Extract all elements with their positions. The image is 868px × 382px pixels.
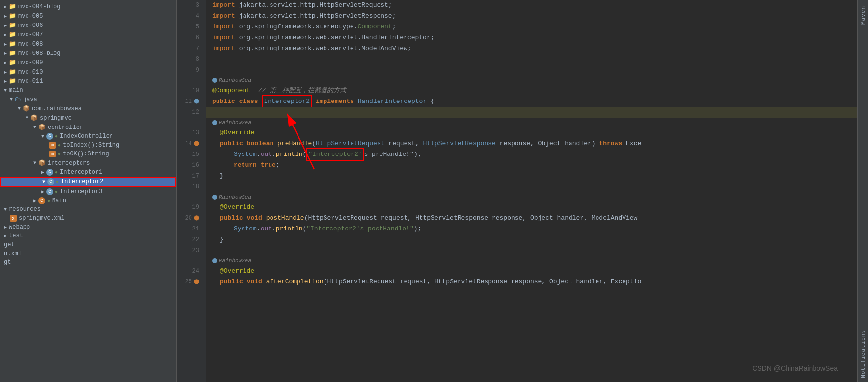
code-line-11: public class Interceptor2 implements Han… [206,96,857,107]
sidebar-item-com-rainbowsea[interactable]: ▼ 📦 com.rainbowsea [0,104,176,113]
sidebar-item-springmvc[interactable]: ▼ 📦 springmvc [0,113,176,123]
code-line-5: import org.springframework.stereotype.Co… [206,22,857,32]
sidebar-item-gt[interactable]: gt [0,258,176,267]
sidebar-item-mvc-006[interactable]: ▶ 📁 mvc-006 [0,21,176,30]
file-tree[interactable]: ▶ 📁 mvc-004-blog ▶ 📁 mvc-005 ▶ 📁 mvc-006… [0,0,177,382]
sidebar-item-mvc-008[interactable]: ▶ 📁 mvc-008 [0,39,176,49]
code-line-6: import org.springframework.web.servlet.H… [206,32,857,43]
gutter-marker-14: ⬤ [194,138,199,149]
expand-icon: ▶ [41,169,44,175]
expand-icon: ▼ [18,106,21,111]
code-line-12 [206,107,857,118]
expand-icon: ▼ [33,125,36,130]
expand-icon: ▼ [42,179,45,185]
gutter-marker-11: ⬤ [194,96,199,107]
sidebar-item-springmvc-xml[interactable]: X springmvc.xml [0,214,176,223]
item-label: Interceptor3 [60,188,102,195]
code-line-8 [206,54,857,65]
sidebar-item-mvc-011[interactable]: ▶ 📁 mvc-011 [0,76,176,86]
gutter-line-21: 21 [177,224,202,234]
sidebar-item-get[interactable]: get [0,240,176,249]
item-label: mvc-005 [18,13,43,20]
sidebar-item-controller[interactable]: ▼ 📦 controller [0,123,176,132]
item-label: springmvc [40,115,72,122]
expand-icon: ▶ [4,51,7,56]
code-line-18 [206,181,857,192]
code-line-15: System.out.println("Interceptor2's preHa… [206,149,857,160]
sidebar-item-java[interactable]: ▼ 🗁 java [0,95,176,104]
sidebar-item-test[interactable]: ▶ test [0,231,176,240]
item-label: mvc-006 [18,22,43,29]
gutter-line-10: 10 [177,85,202,96]
sidebar-item-interceptor3[interactable]: ▶ C ● Interceptor3 [0,187,176,196]
sidebar-item-mvc-004-blog[interactable]: ▶ 📁 mvc-004-blog [0,2,176,11]
method-icon: m [49,151,56,157]
java-folder-icon: 🗁 [15,96,21,103]
expand-icon: ▶ [4,32,7,38]
code-line-9 [206,65,857,76]
sidebar-item-mvc-005[interactable]: ▶ 📁 mvc-005 [0,11,176,21]
item-label: webapp [9,224,30,230]
sidebar-item-mvc-010[interactable]: ▶ 📁 mvc-010 [0,67,176,76]
gutter-line-9: 9 [177,65,202,76]
gutter-marker-25: ⬤ [194,277,199,287]
gutter-line-23: 23 [177,245,202,256]
expand-icon: ▶ [4,69,7,75]
item-label: Interceptor1 [60,169,102,176]
sidebar-item-main[interactable]: ▼ main [0,86,176,95]
method-icon: m [49,142,56,149]
sidebar-item-mvc-007[interactable]: ▶ 📁 mvc-007 [0,30,176,39]
item-label: mvc-004-blog [18,3,60,10]
author-name-2: RainbowSea [219,120,251,126]
author-name-1: RainbowSea [219,77,251,83]
string-box: "Interceptor2' [306,148,364,161]
author-marker-4: RainbowSea [206,256,857,266]
code-editor[interactable]: import jakarta.servlet.http.HttpServletR… [206,0,857,382]
author-name-3: RainbowSea [219,194,251,200]
gutter-line-14: 14⬤ [177,138,202,149]
notification-tab[interactable]: Notifications [859,326,867,382]
gutter-line-11: 11⬤ [177,96,202,107]
gutter-line-5: 5 [177,22,202,32]
sidebar-item-mvc-009[interactable]: ▶ 📁 mvc-009 [0,58,176,67]
package-icon: 📦 [23,105,30,112]
sidebar-item-mvc-008-blog[interactable]: ▶ 📁 mvc-008-blog [0,49,176,58]
right-tool-panel: Maven Notifications [857,0,868,382]
gutter-line-17: 17 [177,171,202,181]
sidebar-item-toindex[interactable]: m ● toIndex():String [0,141,176,150]
author-marker-1: RainbowSea [206,76,857,85]
code-line-16: return true; [206,160,857,171]
gutter-line-20: 20⬤ [177,213,202,224]
class-icon: C [38,197,45,204]
sidebar-item-main-class[interactable]: ▶ C ● Main [0,196,176,205]
expand-icon: ▶ [4,13,7,19]
item-label: mvc-008-blog [18,50,60,57]
sidebar-item-interceptor1[interactable]: ▶ C ● Interceptor1 [0,168,176,177]
gutter-line-25: 25⬤ [177,277,202,287]
sidebar-item-interceptors[interactable]: ▼ 📦 interceptors [0,158,176,168]
sidebar-item-resources[interactable]: ▼ resources [0,205,176,214]
maven-tab[interactable]: Maven [859,2,867,28]
xml-icon: X [10,215,17,222]
item-label: IndexController [60,133,113,140]
package-icon: 📦 [38,124,46,131]
green-dot: ● [55,134,58,139]
item-label: Main [52,197,66,204]
item-label: controller [48,124,83,131]
code-line-3: import jakarta.servlet.http.HttpServletR… [206,0,857,11]
class-icon: C [46,133,53,140]
item-label: toIndex():String [63,142,119,149]
item-label: gt [4,259,11,266]
watermark: CSDN @ChinaRainbowSea [752,364,838,372]
code-line-13: @Override [206,127,857,138]
sidebar-item-nxml[interactable]: n.xml [0,249,176,258]
sidebar-item-took[interactable]: m ● toOK():String [0,150,176,158]
sidebar-item-indexcontroller[interactable]: ▼ C ● IndexController [0,132,176,141]
class-icon: C [47,178,54,185]
folder-icon: 📁 [9,68,16,76]
gutter-line-8: 8 [177,54,202,65]
sidebar-item-webapp[interactable]: ▶ webapp [0,223,176,231]
gutter-line-7: 7 [177,43,202,54]
sidebar-item-interceptor2[interactable]: ▼ C ● Interceptor2 [0,177,176,187]
expand-icon: ▼ [41,134,44,139]
